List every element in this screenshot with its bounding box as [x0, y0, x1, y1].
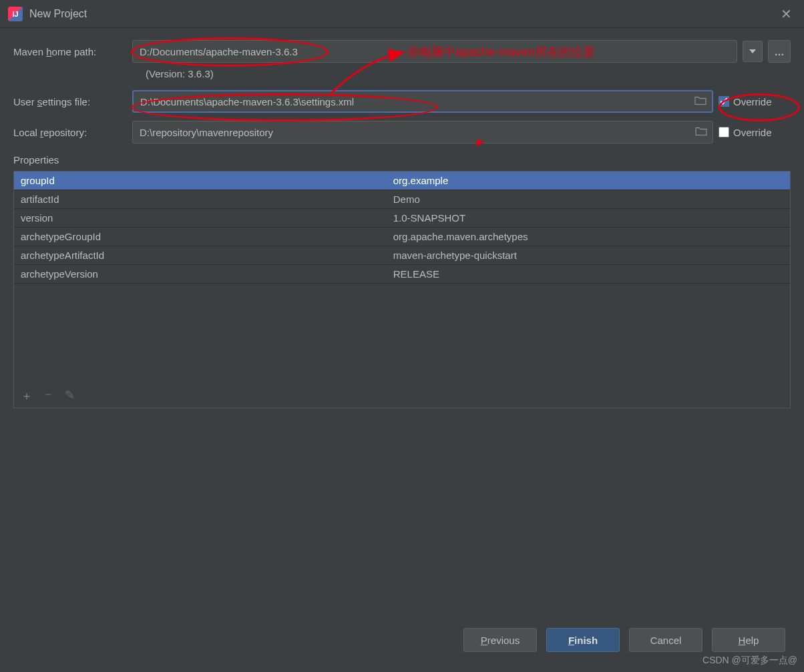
maven-version-text: (Version: 3.6.3): [146, 68, 791, 79]
maven-home-label: Maven home path:: [13, 46, 132, 57]
button-bar: Previous Finish Cancel Help: [463, 628, 785, 652]
properties-panel: groupIdorg.example artifactIdDemo versio…: [13, 171, 791, 408]
add-icon[interactable]: ＋: [21, 388, 33, 404]
remove-icon[interactable]: −: [42, 388, 54, 404]
local-repo-override-checkbox[interactable]: [719, 127, 729, 137]
folder-icon[interactable]: [695, 127, 707, 138]
maven-home-more-button[interactable]: …: [768, 40, 791, 63]
local-repo-override[interactable]: Override: [719, 127, 791, 138]
local-repo-value: D:\repository\mavenrepository: [140, 127, 273, 138]
properties-label: Properties: [0, 151, 804, 171]
local-repo-field[interactable]: D:\repository\mavenrepository: [132, 121, 713, 143]
user-settings-override[interactable]: Override: [719, 96, 791, 107]
edit-icon[interactable]: ✎: [63, 388, 75, 404]
maven-home-combo[interactable]: D:/Documents/apache-maven-3.6.3: [132, 40, 737, 63]
app-icon: IJ: [8, 7, 23, 21]
table-row[interactable]: groupIdorg.example: [14, 172, 790, 190]
finish-button[interactable]: Finish: [546, 628, 620, 652]
table-row[interactable]: version1.0-SNAPSHOT: [14, 209, 790, 228]
folder-icon[interactable]: [694, 96, 707, 107]
table-row[interactable]: archetypeGroupIdorg.apache.maven.archety…: [14, 228, 790, 246]
window-title: New Project: [29, 8, 87, 20]
table-row[interactable]: archetypeArtifactIdmaven-archetype-quick…: [14, 246, 790, 265]
help-button[interactable]: Help: [712, 628, 785, 652]
user-settings-override-checkbox[interactable]: [719, 96, 729, 107]
table-row[interactable]: archetypeVersionRELEASE: [14, 265, 790, 284]
properties-table[interactable]: groupIdorg.example artifactIdDemo versio…: [14, 172, 790, 284]
user-settings-field[interactable]: D:\Documents\apache-maven-3.6.3\settings…: [132, 90, 713, 113]
maven-home-dropdown-icon[interactable]: [743, 41, 763, 62]
close-icon[interactable]: ✕: [777, 6, 796, 22]
table-row[interactable]: artifactIdDemo: [14, 190, 790, 209]
annotation-arrow-icon: [325, 47, 411, 100]
user-settings-value: D:\Documents\apache-maven-3.6.3\settings…: [140, 96, 354, 107]
user-settings-label: User settings file:: [13, 96, 132, 107]
maven-home-value: D:/Documents/apache-maven-3.6.3: [140, 46, 298, 57]
previous-button[interactable]: Previous: [463, 628, 537, 652]
local-repo-label: Local repository:: [13, 127, 132, 138]
properties-toolbar: ＋ − ✎: [14, 384, 790, 408]
cancel-button[interactable]: Cancel: [629, 628, 702, 652]
watermark: CSDN @可爱多一点@: [702, 655, 797, 667]
titlebar: IJ New Project ✕: [0, 0, 804, 28]
